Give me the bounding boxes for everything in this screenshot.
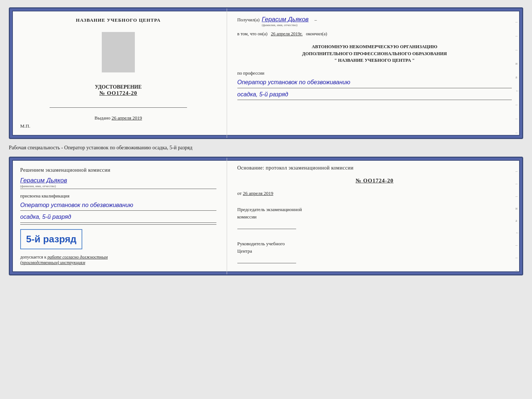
document-container: НАЗВАНИЕ УЧЕБНОГО ЦЕНТРА УДОСТОВЕРЕНИЕ №… [9, 7, 523, 275]
recipient-name: Герасим Дьяков [262, 16, 309, 23]
qualification-line-1: Оператор установок по обезвоживанию [20, 200, 216, 211]
chairman-section: Председатель экзаменационной комиссии [237, 206, 512, 233]
cert-left-panel-2: Решением экзаменационной комиссии Гераси… [10, 158, 227, 274]
profession-detail: осадка, 5-й разряд [237, 90, 512, 100]
recipient-row: Получил(а) Герасим Дьяков (фамилия, имя,… [237, 16, 512, 27]
cert-right-panel-2: Основание: протокол экзаменационной коми… [227, 158, 522, 274]
admitted-row: допускается к работе согласно должностны… [20, 254, 108, 260]
cert-right-panel-1: Получил(а) Герасим Дьяков (фамилия, имя,… [227, 8, 522, 138]
mp-label: М.П. [20, 123, 30, 129]
cert-label: УДОСТОВЕРЕНИЕ [95, 84, 141, 90]
admitted-suffix: (производственным) инструкциям [20, 260, 85, 266]
chairman-signature-line [237, 222, 296, 229]
assigned-text: присвоена квалификация [20, 193, 69, 199]
specialty-text: Рабочая специальность - Оператор установ… [9, 143, 523, 152]
basis-label: Основание: протокол экзаменационной коми… [237, 165, 512, 171]
photo-placeholder [102, 32, 135, 72]
protocol-number: № OO1724-20 [237, 178, 512, 184]
cert-left-panel-1: НАЗВАНИЕ УЧЕБНОГО ЦЕНТРА УДОСТОВЕРЕНИЕ №… [10, 8, 227, 138]
org-block: АВТОНОМНУЮ НЕКОММЕРЧЕСКУЮ ОРГАНИЗАЦИЮ ДО… [237, 43, 512, 64]
qualification-line-2: осадка, 5-й разряд [20, 212, 216, 223]
stamp-box: 5-й разряд [20, 229, 82, 249]
director-signature-line [237, 256, 296, 263]
issued-row: Выдано 26 апреля 2019 [94, 115, 142, 121]
cert-number: № OO1724-20 [95, 90, 141, 96]
profession-value: Оператор установок по обезвоживанию [237, 78, 512, 88]
profession-block: по профессии Оператор установок по обезв… [237, 71, 512, 100]
right-decorative-dashes: – – – и а ← – – – – – [515, 19, 519, 139]
right-decorative-dashes-2: – – – и а ← – – – – – [515, 169, 519, 275]
date-row: от 26 апреля 2019 [237, 190, 512, 196]
director-title: Руководитель учебного Центра [237, 240, 512, 254]
stamp-rank: 5-й разряд [26, 234, 76, 245]
confirmed-row: в том, что он(а) 26 апреля 2019г. окончи… [237, 31, 512, 38]
director-section: Руководитель учебного Центра [237, 240, 512, 267]
center-title-1: НАЗВАНИЕ УЧЕБНОГО ЦЕНТРА [76, 17, 161, 23]
person-name-2: Герасим Дьяков [20, 177, 67, 184]
decision-text: Решением экзаменационной комиссии [20, 167, 111, 174]
chairman-title: Председатель экзаменационной комиссии [237, 206, 512, 220]
certificate-card-2: Решением экзаменационной комиссии Гераси… [9, 157, 523, 275]
certificate-card-1: НАЗВАНИЕ УЧЕБНОГО ЦЕНТРА УДОСТОВЕРЕНИЕ №… [9, 7, 523, 139]
